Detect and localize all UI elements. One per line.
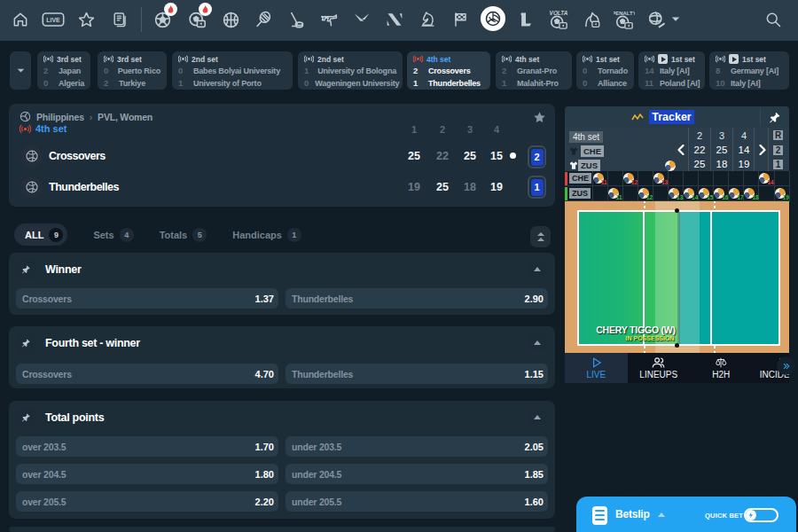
svg-text:LIVE: LIVE [46, 17, 60, 23]
svg-text:VOLTA: VOLTA [550, 10, 568, 16]
svg-text:PENALTY: PENALTY [614, 11, 635, 16]
